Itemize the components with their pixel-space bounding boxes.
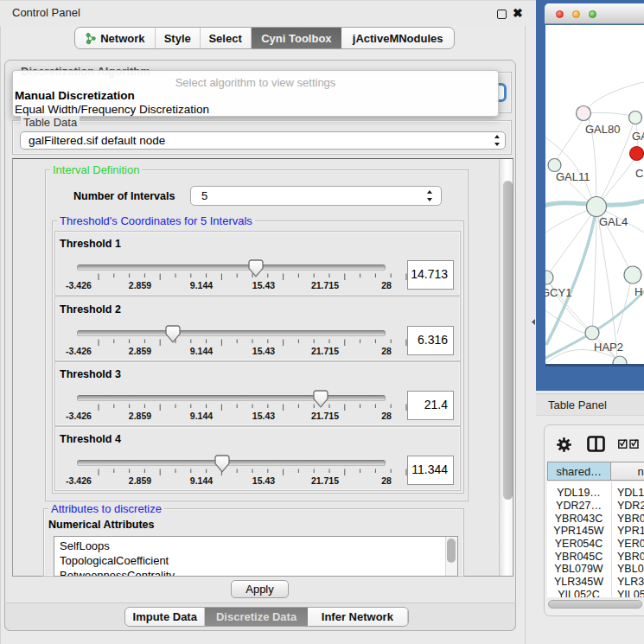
svg-text:GCY1: GCY1 <box>545 286 571 299</box>
svg-text:HAP2: HAP2 <box>594 341 623 354</box>
svg-text:GAL4: GAL4 <box>599 215 628 228</box>
svg-text:H: H <box>634 285 642 298</box>
svg-text:GAL80: GAL80 <box>585 123 620 136</box>
svg-text:GA: GA <box>632 130 644 143</box>
svg-text:GAL11: GAL11 <box>556 170 590 183</box>
svg-text:C: C <box>635 167 643 180</box>
